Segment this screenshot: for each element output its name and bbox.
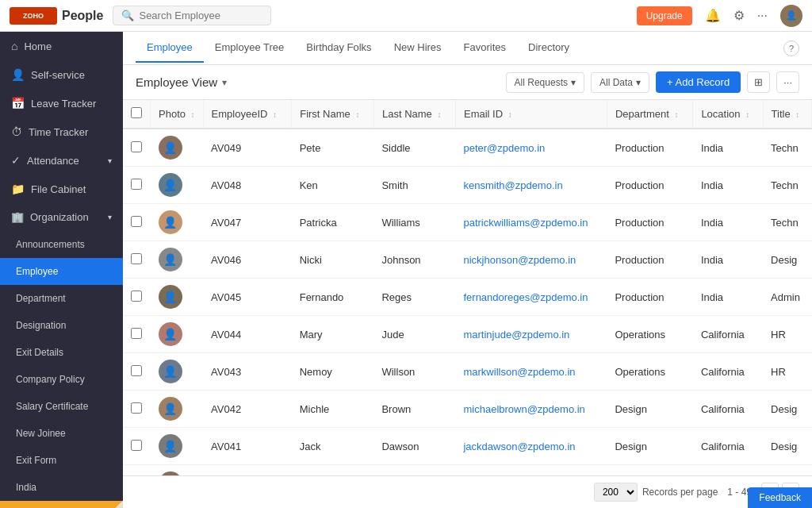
row-checkbox[interactable] [131,179,142,190]
row-checkbox[interactable] [131,402,142,414]
header-title[interactable]: Title ↕ [763,100,811,129]
email-link[interactable]: fernandoreges@zpdemo.in [463,291,588,303]
row-checkbox[interactable] [131,216,142,227]
row-checkbox[interactable] [131,291,142,302]
row-email[interactable]: patrickwilliams@zpdemo.in [455,204,607,241]
email-link[interactable]: martinjude@zpdemo.in [463,329,569,341]
row-email[interactable]: michaelbrown@zpdemo.in [455,391,607,428]
row-checkbox-cell[interactable] [123,204,151,241]
sidebar-sub-employee[interactable]: Employee [0,258,123,285]
row-checkbox-cell[interactable] [123,391,151,428]
row-first-name: Pete [292,129,374,167]
bell-icon[interactable]: 🔔 [705,8,721,23]
row-checkbox[interactable] [131,328,142,339]
all-data-button[interactable]: All Data ▾ [591,72,649,93]
calendar-icon: 📅 [11,97,25,110]
row-title: Desig [763,391,811,428]
filter-icon-button[interactable]: ⊞ [747,71,770,93]
row-checkbox-cell[interactable] [123,279,151,316]
tab-employee[interactable]: Employee [136,33,204,63]
tab-favorites[interactable]: Favorites [453,33,517,63]
feedback-button[interactable]: Feedback [748,487,812,508]
sidebar-sub-announcements[interactable]: Announcements [0,231,123,258]
search-input[interactable] [139,10,250,21]
header-email-id[interactable]: Email ID ↕ [455,100,607,129]
sidebar-sub-new-joinee[interactable]: New Joinee [0,420,123,447]
row-checkbox[interactable] [131,365,142,376]
header-employee-id[interactable]: EmployeeID ↕ [203,100,292,129]
row-title: Techn [763,129,811,167]
sidebar-sub-company-policy[interactable]: Company Policy [0,366,123,393]
settings-icon[interactable]: ⚙ [733,8,745,23]
home-icon: ⌂ [11,40,17,52]
sidebar-item-home[interactable]: ⌂ Home [0,32,123,60]
view-selector[interactable]: Employee View ▾ [136,75,227,89]
row-checkbox-cell[interactable] [123,241,151,279]
row-checkbox-cell[interactable] [123,129,151,167]
email-link[interactable]: michaelbrown@zpdemo.in [463,403,584,415]
sidebar-item-leave-tracker[interactable]: 📅 Leave Tracker [0,89,123,117]
select-all-checkbox[interactable] [131,107,142,118]
row-email[interactable]: markwillson@zpdemo.in [455,353,607,391]
sidebar-item-file-cabinet[interactable]: 📁 File Cabinet [0,175,123,203]
sidebar-sub-department[interactable]: Department [0,285,123,312]
sidebar-sub-designation[interactable]: Designation [0,312,123,339]
row-checkbox-cell[interactable] [123,465,151,476]
tab-birthday-folks[interactable]: Birthday Folks [295,33,382,63]
row-last-name: Jude [373,316,455,353]
tab-new-hires[interactable]: New Hires [383,33,453,63]
row-checkbox-cell[interactable] [123,353,151,391]
tab-employee-tree[interactable]: Employee Tree [204,33,295,63]
sidebar-sub-exit-form[interactable]: Exit Form [0,447,123,474]
help-button[interactable]: ? [783,40,799,56]
sidebar-sub-india[interactable]: India [0,474,123,501]
add-record-button[interactable]: + Add Record [656,71,741,93]
row-checkbox-cell[interactable] [123,316,151,353]
employee-avatar: 👤 [159,136,182,160]
table-row: 👤 AV049 Pete Siddle peter@zpdemo.in Prod… [123,129,812,167]
sidebar-item-attendance[interactable]: ✓ Attendance ▾ [0,146,123,175]
email-link[interactable]: peter@zpdemo.in [463,142,545,154]
employee-table-container: Photo ↕ EmployeeID ↕ First Name ↕ Last [123,100,812,475]
row-title: HR [763,353,811,391]
header-location[interactable]: Location ↕ [693,100,763,129]
header-first-name[interactable]: First Name ↕ [292,100,374,129]
row-checkbox-cell[interactable] [123,428,151,465]
per-page-select[interactable]: 200 50 100 [594,483,638,502]
sidebar-item-organization[interactable]: 🏢 Organization ▾ [0,203,123,231]
sidebar-item-self-service[interactable]: 👤 Self-service [0,60,123,89]
row-email[interactable]: fernandoreges@zpdemo.in [455,279,607,316]
header-last-name[interactable]: Last Name ↕ [373,100,455,129]
more-options-icon[interactable]: ··· [757,9,768,23]
row-checkbox[interactable] [131,141,142,152]
sidebar-item-time-tracker[interactable]: ⏱ Time Tracker [0,117,123,146]
search-bar[interactable]: 🔍 [113,6,271,25]
header-department[interactable]: Department ↕ [607,100,692,129]
email-link[interactable]: nickjhonson@zpdemo.in [463,254,576,266]
topbar-right: Upgrade 🔔 ⚙ ··· 👤 [637,5,802,27]
row-checkbox[interactable] [131,253,142,264]
upgrade-button[interactable]: Upgrade [637,6,692,25]
email-link[interactable]: markwillson@zpdemo.in [463,366,575,378]
row-email[interactable]: steveperry@zpdemo.in [455,465,607,476]
sidebar-sub-salary-certificate[interactable]: Salary Certificate [0,393,123,420]
all-requests-button[interactable]: All Requests ▾ [506,72,584,93]
row-email[interactable]: martinjude@zpdemo.in [455,316,607,353]
row-checkbox[interactable] [131,440,142,451]
row-email[interactable]: nickjhonson@zpdemo.in [455,241,607,279]
check-icon: ✓ [11,154,21,167]
user-avatar[interactable]: 👤 [780,5,802,27]
row-checkbox-cell[interactable] [123,167,151,204]
header-photo[interactable]: Photo ↕ [151,100,204,129]
row-email[interactable]: jackdawson@zpdemo.in [455,428,607,465]
more-options-button[interactable]: ··· [776,71,799,93]
sidebar-sub-employee-label: Employee [16,266,58,277]
email-link[interactable]: jackdawson@zpdemo.in [463,441,575,452]
email-link[interactable]: patrickwilliams@zpdemo.in [463,217,588,229]
row-email[interactable]: peter@zpdemo.in [455,129,607,167]
header-select-all[interactable] [123,100,151,129]
row-email[interactable]: kensmith@zpdemo.in [455,167,607,204]
sidebar-sub-exit-details[interactable]: Exit Details [0,339,123,366]
tab-directory[interactable]: Directory [517,33,580,63]
email-link[interactable]: kensmith@zpdemo.in [463,179,562,191]
